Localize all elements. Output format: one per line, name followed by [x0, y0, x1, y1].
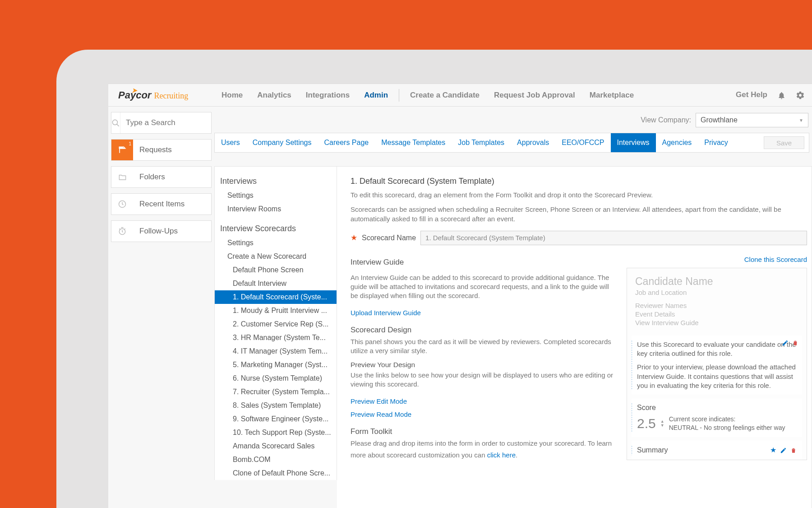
search-icon[interactable] [111, 112, 120, 133]
search-input[interactable] [120, 118, 227, 127]
interview-guide-heading: Interview Guide [351, 258, 404, 267]
chevron-down-icon: ▼ [799, 118, 803, 123]
left-sidebar: 1RequestsFoldersRecent ItemsFollow-Ups [108, 107, 214, 508]
form-toolkit-heading: Form Toolkit [351, 427, 613, 436]
leftnav-label: Follow-Ups [133, 227, 178, 236]
tree-item[interactable]: Default Interview [215, 277, 337, 290]
tree-item[interactable]: Clone of Default Phone Scre... [215, 466, 337, 480]
summary-label: Summary [637, 445, 668, 455]
clone-scorecard-link[interactable]: Clone this Scorecard [744, 256, 807, 263]
main-area: View Company: Growthlane ▼ UsersCompany … [214, 107, 812, 508]
admin-tab-company-settings[interactable]: Company Settings [246, 133, 318, 152]
upload-guide-link[interactable]: Upload Interview Guide [351, 309, 421, 317]
tree-item[interactable]: 9. Software Engineer (Syste... [215, 412, 337, 426]
get-help-link[interactable]: Get Help [736, 90, 767, 99]
score-value: 2.5 [637, 415, 656, 433]
drag-handle-icon[interactable] [631, 340, 633, 390]
brand-sub: Recruiting [154, 91, 188, 101]
admin-tab-interviews[interactable]: Interviews [611, 133, 656, 152]
admin-tab-agencies[interactable]: Agencies [656, 133, 698, 152]
delete-icon[interactable] [792, 338, 798, 347]
save-button[interactable]: Save [764, 136, 804, 149]
leftnav-item-follow-ups[interactable]: Follow-Ups [111, 220, 212, 242]
leftnav-label: Requests [133, 145, 172, 154]
brand-main: Paycor ➤ [118, 89, 151, 101]
bell-icon[interactable] [777, 90, 786, 99]
svg-line-1 [117, 124, 119, 126]
preview-read-link[interactable]: Preview Read Mode [351, 410, 411, 418]
tree-item[interactable]: Interview Rooms [215, 202, 337, 216]
edit-icon[interactable] [782, 338, 789, 347]
tree-section-scorecards: Interview Scorecards [215, 224, 337, 236]
preview-score-block[interactable]: Score 2.5 ▲▼ Current score indicates: NE… [632, 398, 802, 437]
leftnav-item-recent-items[interactable]: Recent Items [111, 193, 212, 215]
svg-point-0 [112, 120, 117, 125]
score-description: Current score indicates: NEUTRAL - No st… [669, 415, 785, 432]
tree-item[interactable]: Create a New Scorecard [215, 250, 337, 263]
tree-item[interactable]: 1. Default Scorecard (Syste... [215, 290, 337, 304]
leftnav-label: Folders [133, 172, 165, 182]
tree-item[interactable]: 8. Sales (System Template) [215, 399, 337, 412]
tree-item[interactable]: 7. Recruiter (System Templa... [215, 385, 337, 399]
admin-tab-users[interactable]: Users [215, 133, 246, 152]
admin-tab-privacy[interactable]: Privacy [698, 133, 734, 152]
preview-summary-block[interactable]: Summary ★ [632, 441, 802, 460]
preview-intro-block[interactable]: Use this Scorecard to evaluate your cand… [632, 336, 802, 395]
company-value: Growthlane [701, 116, 738, 124]
admin-tab-eeo-ofccp[interactable]: EEO/OFCCP [555, 133, 610, 152]
tree-item[interactable]: 5. Marketing Manager (Syst... [215, 358, 337, 372]
tree-item[interactable]: Amanda Scorecard Sales [215, 439, 337, 453]
requests-icon: 1 [111, 140, 133, 160]
nav-link-request-job-approval[interactable]: Request Job Approval [487, 84, 582, 107]
scorecard-design-text: This panel shows you the card as it will… [351, 337, 613, 356]
brand-logo: Paycor ➤ Recruiting [108, 89, 214, 101]
preview-job-location: Job and Location [635, 289, 798, 296]
drag-handle-icon[interactable] [631, 445, 633, 455]
preview-design-heading: Preview Your Design [351, 361, 613, 369]
tree-item[interactable]: Settings [215, 189, 337, 202]
admin-tab-approvals[interactable]: Approvals [511, 133, 555, 152]
score-label: Score [637, 403, 797, 413]
search-box [111, 112, 212, 134]
leftnav-item-requests[interactable]: 1Requests [111, 139, 212, 161]
scorecard-preview-card: Candidate Name Job and Location Reviewer… [627, 268, 807, 460]
admin-tab-message-templates[interactable]: Message Templates [375, 133, 452, 152]
tree-item[interactable]: 6. Nurse (System Template) [215, 372, 337, 385]
preview-edit-link[interactable]: Preview Edit Mode [351, 397, 407, 405]
scorecard-name-input[interactable] [420, 231, 807, 245]
star-icon[interactable]: ★ [770, 445, 776, 455]
nav-link-integrations[interactable]: Integrations [299, 84, 357, 107]
preview-intro-1: Use this Scorecard to evaluate your cand… [637, 340, 797, 359]
tree-item[interactable]: Bomb.COM [215, 453, 337, 466]
nav-link-marketplace[interactable]: Marketplace [582, 84, 641, 107]
preview-intro-2: Prior to your interview, please download… [637, 363, 797, 390]
tree-item[interactable]: 1. Moudy & Pruitt Interview ... [215, 304, 337, 317]
detail-intro-2: Scorecards can be assigned when scheduli… [351, 205, 807, 224]
nav-divider [399, 89, 399, 102]
top-nav: Paycor ➤ Recruiting HomeAnalyticsIntegra… [108, 84, 812, 107]
tree-section-interviews: Interviews [215, 177, 337, 189]
scorecard-design-heading: Scorecard Design [351, 326, 613, 335]
delete-icon[interactable] [790, 445, 797, 455]
company-select[interactable]: Growthlane ▼ [696, 113, 808, 127]
tree-item[interactable]: 4. IT Manager (System Tem... [215, 345, 337, 358]
tree-item[interactable]: Settings [215, 236, 337, 250]
admin-tab-careers-page[interactable]: Careers Page [318, 133, 375, 152]
admin-tab-job-templates[interactable]: Job Templates [452, 133, 511, 152]
edit-icon[interactable] [780, 445, 787, 455]
score-stepper[interactable]: ▲▼ [660, 419, 664, 428]
gear-icon[interactable] [796, 90, 805, 100]
tree-item[interactable]: 3. HR Manager (System Te... [215, 331, 337, 345]
tree-item[interactable]: Default Phone Screen [215, 263, 337, 277]
nav-link-create-a-candidate[interactable]: Create a Candidate [403, 84, 487, 107]
scorecard-name-label: Scorecard Name [362, 234, 416, 242]
scorecard-tree-panel: Interviews SettingsInterview Rooms Inter… [214, 166, 337, 480]
nav-link-analytics[interactable]: Analytics [250, 84, 299, 107]
tree-item[interactable]: 10. Tech Support Rep (Syste... [215, 426, 337, 439]
leftnav-item-folders[interactable]: Folders [111, 166, 212, 188]
drag-handle-icon[interactable] [631, 403, 633, 433]
nav-link-home[interactable]: Home [214, 84, 250, 107]
tree-item[interactable]: 2. Customer Service Rep (S... [215, 317, 337, 331]
toolkit-learn-more-link[interactable]: click here [487, 451, 516, 460]
nav-link-admin[interactable]: Admin [357, 84, 395, 107]
